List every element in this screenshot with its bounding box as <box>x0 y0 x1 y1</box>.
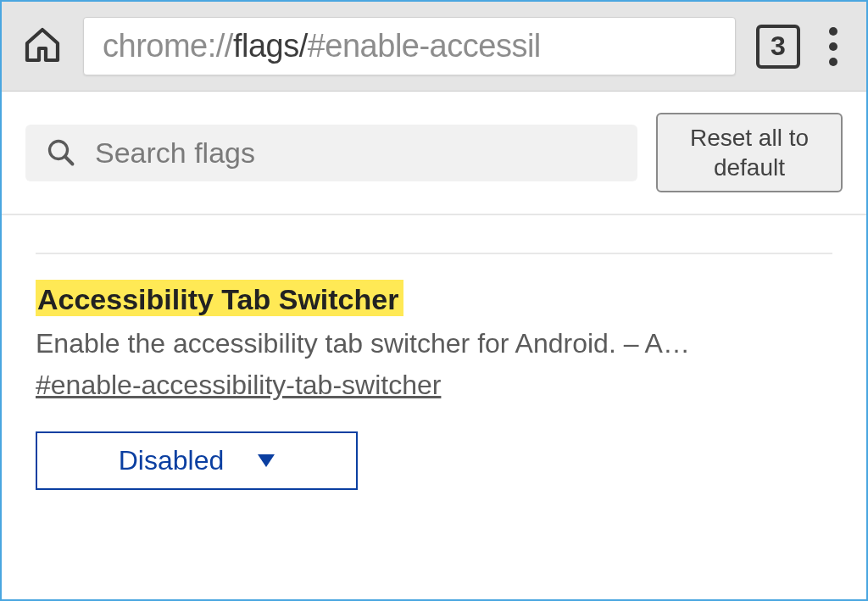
browser-toolbar: chrome://flags/#enable-accessil 3 <box>2 2 866 92</box>
flags-content: Accessibility Tab Switcher Enable the ac… <box>2 215 866 519</box>
url-bar[interactable]: chrome://flags/#enable-accessil <box>83 17 736 75</box>
flags-search-row: Reset all to default <box>2 92 866 215</box>
chevron-down-icon <box>258 454 275 467</box>
url-prefix: chrome:// <box>103 28 233 64</box>
kebab-icon <box>829 42 837 51</box>
svg-line-1 <box>65 157 73 164</box>
search-flags-box[interactable] <box>25 125 637 181</box>
url-bold: flags/ <box>233 28 308 64</box>
divider <box>36 253 832 254</box>
kebab-icon <box>829 58 837 66</box>
flag-hash-link[interactable]: #enable-accessibility-tab-switcher <box>36 370 441 401</box>
flag-selected-option: Disabled <box>119 445 225 476</box>
search-flags-input[interactable] <box>95 136 617 170</box>
flag-description: Enable the accessibility tab switcher fo… <box>36 328 832 359</box>
url-suffix: #enable-accessil <box>308 28 541 64</box>
kebab-icon <box>829 27 837 36</box>
reset-all-button[interactable]: Reset all to default <box>656 113 843 192</box>
flag-title: Accessibility Tab Switcher <box>36 280 403 316</box>
flag-item: Accessibility Tab Switcher Enable the ac… <box>36 280 832 490</box>
home-icon <box>22 25 63 65</box>
flag-state-select[interactable]: Disabled <box>36 431 358 490</box>
tab-switcher-button[interactable]: 3 <box>756 25 800 69</box>
home-button[interactable] <box>22 25 63 69</box>
tab-count-value: 3 <box>771 31 786 62</box>
overflow-menu-button[interactable] <box>821 22 846 71</box>
search-icon <box>46 137 76 168</box>
